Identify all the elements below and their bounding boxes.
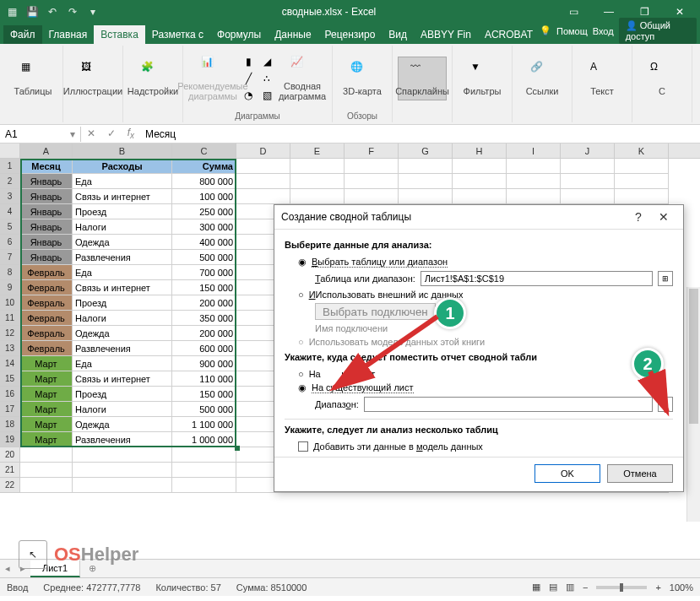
3dmap-label: 3D-карта — [343, 86, 382, 96]
tab-nav-prev-icon[interactable]: ◂ — [0, 563, 15, 574]
status-avg: Среднее: 472777,7778 — [43, 582, 140, 593]
analyse-label: Выберите данные для анализа: — [285, 240, 673, 250]
range-input[interactable] — [421, 271, 653, 286]
col-header-k[interactable]: K — [615, 143, 669, 158]
col-header-a[interactable]: A — [20, 143, 73, 158]
zoom-in-icon[interactable]: + — [655, 582, 660, 593]
undo-icon[interactable]: ↶ — [44, 3, 61, 20]
qat-more-icon[interactable]: ▾ — [84, 3, 101, 20]
formula-bar[interactable]: Месяц — [140, 127, 700, 142]
illustrations-button[interactable]: 🖼Иллюстрации — [68, 61, 117, 96]
col-header-b[interactable]: B — [73, 143, 172, 158]
filters-label: Фильтры — [464, 86, 502, 96]
addins-button[interactable]: 🧩Надстройки — [128, 61, 177, 96]
recommended-charts-button[interactable]: 📊Рекомендуемые диаграммы — [188, 56, 237, 101]
radio-select-range[interactable]: ◉ Выбрать таблицу или диапазон — [285, 255, 673, 269]
ok-button[interactable]: OK — [534, 464, 600, 483]
sparklines-label: Спарклайны — [395, 86, 449, 96]
tab-layout[interactable]: Разметка с — [145, 25, 210, 44]
3dmap-button[interactable]: 🌐3D-карта — [338, 61, 387, 96]
col-header-f[interactable]: F — [345, 143, 399, 158]
cursor-icon: ↖ — [19, 540, 47, 569]
tell-me[interactable]: Помощ — [556, 26, 588, 36]
tab-insert[interactable]: Вставка — [94, 25, 145, 44]
dialog-titlebar: Создание сводной таблицы ? ✕ — [274, 205, 683, 230]
location-label: Диапазон: — [315, 399, 359, 409]
tab-home[interactable]: Главная — [42, 25, 95, 44]
radio-existing-sheet[interactable]: ◉ На существующий лист — [285, 381, 673, 395]
filters-button[interactable]: ▼Фильтры — [458, 61, 507, 96]
symbols-label: С — [659, 86, 665, 96]
group-symbols: ΩС — [632, 46, 692, 122]
tab-acrobat[interactable]: ACROBAT — [478, 25, 540, 44]
tables-label: Таблицы — [14, 86, 52, 96]
group-illustrations: 🖼Иллюстрации — [63, 46, 123, 122]
bar-chart-icon[interactable]: ▮ — [241, 54, 256, 69]
enter-icon[interactable]: ✓ — [107, 127, 116, 139]
tab-formulas[interactable]: Формулы — [210, 25, 268, 44]
tables-button[interactable]: ▦Таблицы — [8, 61, 57, 96]
zoom-out-icon[interactable]: − — [583, 582, 588, 593]
watermark: ↖ OSHelper — [19, 540, 138, 569]
zoom-level[interactable]: 100% — [670, 582, 693, 593]
surface-chart-icon[interactable]: ▧ — [259, 88, 274, 103]
col-header-d[interactable]: D — [236, 143, 290, 158]
sparklines-button[interactable]: 〰Спарклайны — [398, 57, 447, 100]
add-to-model-check[interactable]: Добавить эти данные в модель данных — [285, 440, 673, 453]
tab-review[interactable]: Рецензиро — [318, 25, 383, 44]
pie-chart-icon[interactable]: ◔ — [241, 88, 256, 103]
cancel-button[interactable]: Отмена — [607, 464, 673, 483]
area-chart-icon[interactable]: ◢ — [259, 54, 274, 69]
fx-icon[interactable]: fx — [128, 127, 134, 140]
links-button[interactable]: 🔗Ссылки — [518, 61, 567, 96]
fill-handle[interactable] — [235, 446, 240, 451]
status-count: Количество: 57 — [155, 582, 220, 593]
view-pagebreak-icon[interactable]: ▥ — [566, 582, 574, 593]
text-button[interactable]: AТекст — [578, 61, 627, 96]
view-layout-icon[interactable]: ▤ — [549, 582, 557, 593]
redo-icon[interactable]: ↷ — [64, 3, 81, 20]
pivot-chart-button[interactable]: 📈Сводная диаграмма — [278, 56, 327, 101]
col-header-e[interactable]: E — [290, 143, 345, 158]
tab-view[interactable]: Вид — [382, 25, 414, 44]
location-input[interactable] — [364, 397, 653, 412]
col-header-j[interactable]: J — [561, 143, 615, 158]
view-normal-icon[interactable]: ▦ — [532, 582, 540, 593]
brand-text: OSHelper — [54, 544, 138, 566]
col-header-h[interactable]: H — [453, 143, 507, 158]
dialog-close-icon[interactable]: ✕ — [651, 210, 676, 224]
help-icon[interactable]: ? — [626, 210, 651, 224]
tab-abbyy[interactable]: ABBYY Fin — [414, 25, 478, 44]
checkbox-icon — [298, 441, 308, 452]
vertical-scrollbar[interactable] — [686, 287, 700, 522]
select-all-corner[interactable] — [0, 143, 20, 158]
col-header-g[interactable]: G — [399, 143, 453, 158]
range-ref-icon[interactable]: ⊞ — [658, 271, 673, 286]
radio-external[interactable]: ○ ИИспользовать внешний ис данных — [285, 288, 673, 301]
radio-disabled-icon: ○ — [298, 337, 304, 347]
col-header-i[interactable]: I — [507, 143, 561, 158]
sparkline-icon: 〰 — [410, 61, 434, 84]
quick-access-toolbar: ▦ 💾 ↶ ↷ ▾ — [3, 3, 101, 20]
choose-connection-button: Выбрать подключен — [315, 303, 436, 320]
charts-caption: Диаграммы — [235, 111, 280, 121]
location-ref-icon[interactable]: ⊞ — [658, 397, 673, 412]
symbols-button[interactable]: ΩС — [638, 61, 686, 96]
chart-type-buttons2: ◢∴▧ — [259, 54, 274, 103]
radio-unchecked-icon: ○ — [298, 369, 304, 379]
radio-new-sheet[interactable]: ○ На ый лист — [285, 367, 673, 381]
tab-file[interactable]: Файл — [3, 25, 42, 44]
col-header-c[interactable]: C — [172, 143, 236, 158]
line-chart-icon[interactable]: ╱ — [241, 71, 256, 86]
scatter-chart-icon[interactable]: ∴ — [259, 71, 274, 86]
status-bar: Ввод Среднее: 472777,7778 Количество: 57… — [0, 577, 700, 596]
zoom-slider[interactable] — [596, 586, 647, 589]
tab-data[interactable]: Данные — [268, 25, 317, 44]
excel-icon: ▦ — [3, 3, 20, 20]
save-icon[interactable]: 💾 — [24, 3, 41, 20]
pivot-dialog: Создание сводной таблицы ? ✕ Выберите да… — [274, 204, 684, 492]
sign-in[interactable]: Вход — [593, 26, 614, 36]
cancel-icon[interactable]: ✕ — [87, 127, 95, 139]
share-button[interactable]: 👤 Общий доступ — [619, 18, 697, 44]
name-box[interactable]: A1▾ — [0, 127, 81, 142]
